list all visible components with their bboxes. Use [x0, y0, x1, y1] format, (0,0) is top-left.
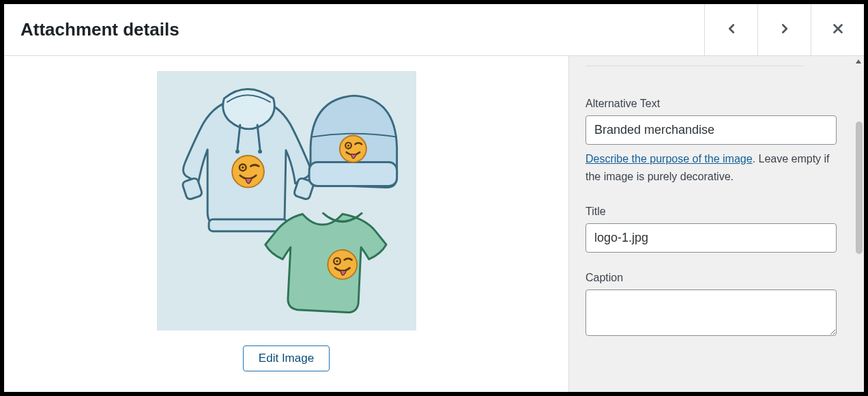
details-form: Alternative Text Describe the purpose of… [569, 56, 864, 371]
title-field: Title [585, 206, 848, 253]
svg-rect-6 [209, 219, 287, 231]
scroll-up-icon[interactable] [853, 56, 864, 67]
scrollbar-thumb[interactable] [856, 122, 863, 254]
details-pane: Alternative Text Describe the purpose of… [569, 56, 864, 392]
scrollbar[interactable] [853, 56, 864, 392]
alt-text-label: Alternative Text [585, 98, 848, 110]
modal-content: Edit Image Alternative Text Describe the… [4, 56, 864, 392]
chevron-left-icon [724, 21, 739, 38]
modal-title: Attachment details [4, 19, 179, 40]
edit-image-button[interactable]: Edit Image [243, 345, 330, 371]
divider [585, 66, 804, 66]
svg-point-5 [258, 150, 262, 154]
caption-field: Caption [585, 272, 848, 339]
alt-text-field: Alternative Text Describe the purpose of… [585, 98, 848, 186]
next-button[interactable] [757, 4, 811, 55]
caption-input[interactable] [585, 289, 837, 336]
merchandise-illustration-icon [160, 74, 413, 327]
attachment-details-modal: Attachment details [4, 4, 864, 392]
prev-button[interactable] [704, 4, 757, 55]
attachment-thumbnail [157, 71, 416, 330]
svg-point-4 [235, 150, 240, 154]
close-icon [830, 21, 845, 38]
svg-rect-12 [309, 162, 397, 186]
header-controls [704, 4, 864, 55]
svg-marker-19 [856, 59, 861, 63]
title-input[interactable] [585, 223, 837, 253]
alt-text-help-link[interactable]: Describe the purpose of the image [585, 153, 753, 165]
modal-header: Attachment details [4, 4, 864, 56]
svg-point-11 [241, 167, 244, 169]
alt-text-help: Describe the purpose of the image. Leave… [585, 150, 831, 186]
close-button[interactable] [811, 4, 864, 55]
alt-text-input[interactable] [585, 115, 837, 145]
svg-point-18 [336, 260, 338, 262]
svg-point-15 [347, 145, 349, 147]
chevron-right-icon [777, 21, 792, 38]
title-label: Title [585, 206, 848, 218]
caption-label: Caption [585, 272, 848, 284]
preview-pane: Edit Image [4, 56, 569, 392]
